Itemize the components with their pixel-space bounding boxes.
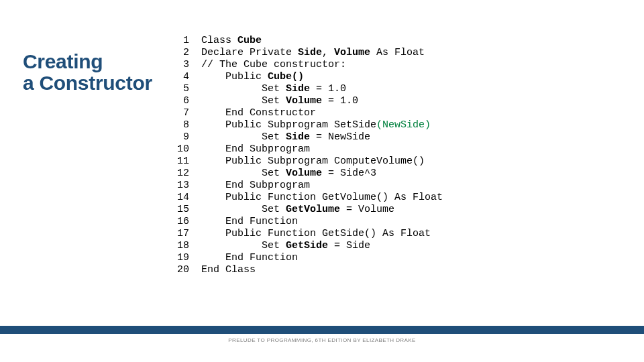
footer-bar	[0, 326, 644, 334]
title-line-1: Creating	[23, 50, 103, 72]
footer-text: PRELUDE TO PROGRAMMING, 6TH EDITION BY E…	[0, 337, 644, 343]
title-line-2: a Constructor	[23, 72, 152, 94]
slide: Creating a Constructor 1 Class Cube 2 De…	[0, 0, 644, 362]
code-block: 1 Class Cube 2 Declare Private Side, Vol…	[177, 35, 443, 276]
slide-title: Creating a Constructor	[23, 51, 152, 95]
